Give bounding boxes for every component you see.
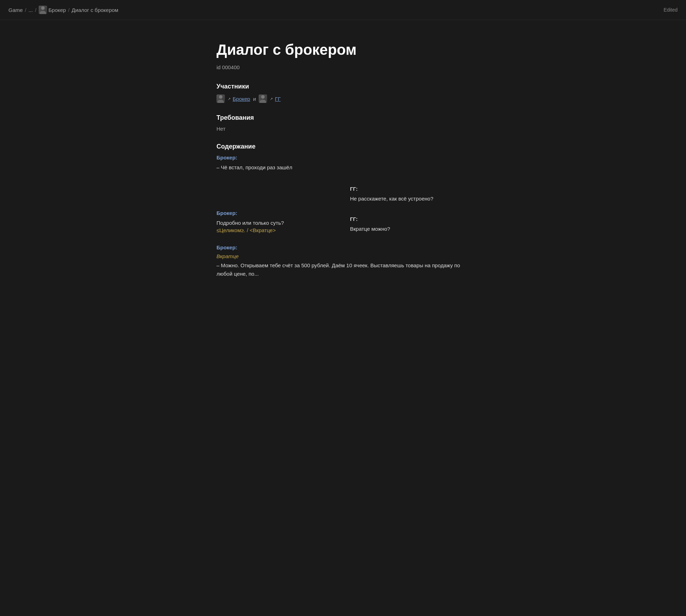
dialog-text-1: – Чё встал, проходи раз зашёл [216,163,470,172]
gg-avatar [259,94,267,103]
broker-avatar-breadcrumb [39,6,47,14]
breadcrumb-broker[interactable]: Брокер [39,6,66,14]
speaker-broker-1: Брокер: [216,155,470,160]
content-section: Содержание Брокер: – Чё встал, проходи р… [216,143,470,278]
dialog-block-5: Брокер: Вкратце – Можно. Открываем тебе … [216,244,470,278]
gg-block-2: ГГ: Вкратце можно? [343,210,470,233]
broker-avatar-img [39,6,47,14]
broker-block-2: Брокер: Подробно или только суть? ≤Целик… [216,210,343,233]
participants-title: Участники [216,83,470,90]
content-title: Содержание [216,143,470,150]
breadcrumb-sep-3: / [68,7,70,13]
dialog-option-1[interactable]: ≤Целиком≥. / <Вкратце> [216,227,336,233]
dialog-italic-1: Вкратце [216,253,470,259]
main-content: Диалог с брокером id 000400 Участники ↗ … [202,20,484,313]
dialog-block-3: Брокер: Подробно или только суть? ≤Целик… [216,210,470,233]
broker-name[interactable]: Брокер [233,96,250,102]
dialog-block-2: ГГ: Не расскажете, как всё устроено? [216,186,470,203]
breadcrumb-game[interactable]: Game [8,7,23,13]
participants-section: Участники ↗ Брокер и ↗ ГГ [216,83,470,103]
gg-avatar-img [259,94,267,103]
participant-gg[interactable]: ↗ ГГ [259,94,280,103]
breadcrumb-broker-name: Брокер [48,7,66,13]
speaker-gg-1: ГГ: [350,186,470,192]
and-text: и [253,96,256,102]
breadcrumb-dialog: Диалог с брокером [72,7,118,13]
gg-name[interactable]: ГГ [275,96,280,102]
broker-avatar-img-main [216,94,225,103]
breadcrumb-sep-2: / [35,7,37,13]
page-header: Game / ... / Брокер / Диалог с брокером … [0,0,686,20]
dialog-block-1: Брокер: – Чё встал, проходи раз зашёл [216,155,470,172]
gg-arrow-icon: ↗ [270,97,273,101]
breadcrumb-ellipsis[interactable]: ... [28,7,33,13]
requirements-title: Требования [216,114,470,122]
dialog-text-3: Подробно или только суть? [216,219,336,227]
requirements-section: Требования Нет [216,114,470,132]
page-title: Диалог с брокером [216,41,470,59]
broker-arrow-icon: ↗ [228,97,231,101]
speaker-broker-3: Брокер: [216,244,470,250]
speaker-broker-2: Брокер: [216,210,336,216]
requirements-content: Нет [216,126,470,132]
dialog-text-2: Не расскажете, как всё устроено? [350,195,470,203]
page-id: id 000400 [216,64,470,70]
breadcrumb: Game / ... / Брокер / Диалог с брокером [8,6,118,14]
participants-list: ↗ Брокер и ↗ ГГ [216,94,470,103]
broker-avatar [216,94,225,103]
speaker-gg-2: ГГ: [350,216,470,222]
dialog-text-4: Вкратце можно? [350,225,470,233]
breadcrumb-sep-1: / [25,7,26,13]
edited-label: Edited [664,7,678,13]
gg-block-1: ГГ: Не расскажете, как всё устроено? [343,186,470,203]
participant-broker[interactable]: ↗ Брокер [216,94,250,103]
dialog-text-5: – Можно. Открываем тебе счёт за 500 рубл… [216,261,470,278]
